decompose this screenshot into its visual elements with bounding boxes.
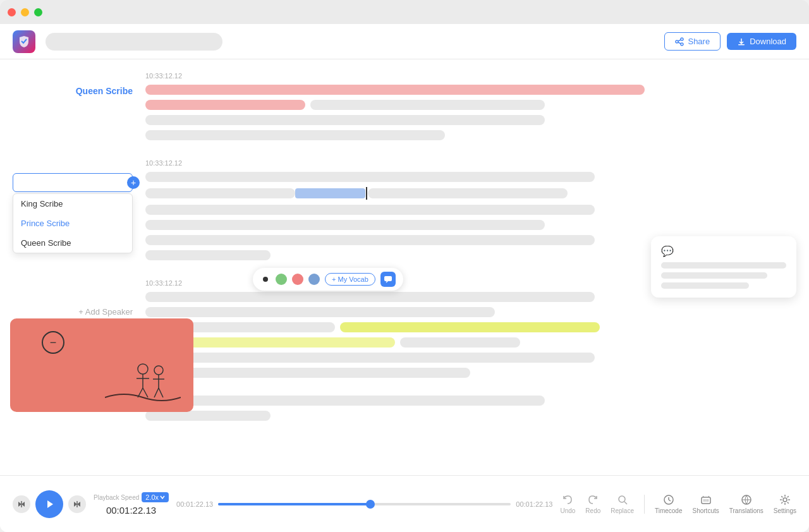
redo-icon (587, 493, 599, 506)
comment-bubble-icon: 💬 (661, 245, 786, 257)
timestamp-2: 10:33:12.12 (145, 159, 645, 167)
comment-icon (384, 275, 392, 283)
svg-point-29 (783, 498, 787, 502)
app-window: Share Download Queen Scribe (0, 0, 809, 532)
redo-section[interactable]: Redo (585, 493, 600, 514)
progress-bar[interactable] (218, 503, 511, 505)
progress-fill (218, 503, 370, 505)
transcript-line (145, 172, 595, 182)
transcript-line (145, 368, 470, 378)
transcript-line (145, 220, 545, 230)
shortcuts-icon (700, 493, 712, 506)
line-group-2 (145, 172, 645, 260)
right-controls: Undo Redo Replace Timecode (560, 493, 796, 514)
minimize-button[interactable] (21, 8, 29, 16)
video-panel[interactable]: − (10, 318, 193, 412)
transcript-line (400, 337, 520, 348)
comment-bubble: 💬 (651, 236, 796, 298)
transcript-line (145, 100, 305, 110)
dropdown-item-prince-scribe[interactable]: Prince Scribe (13, 214, 132, 233)
selected-text (295, 188, 365, 198)
time-left: 00:01:22.13 (176, 500, 213, 508)
color-red-btn[interactable] (292, 274, 303, 285)
share-button[interactable]: Share (664, 32, 721, 51)
speaker-col-2: + King Scribe Prince Scribe Queen Scribe (19, 159, 133, 260)
play-button[interactable] (35, 490, 63, 518)
comment-button[interactable] (380, 272, 396, 287)
transcript-content-1: 10:33:12.12 (145, 72, 645, 140)
transcript-block-2: + King Scribe Prince Scribe Queen Scribe… (19, 159, 645, 260)
svg-line-3 (678, 40, 681, 41)
transcript-line-yellow (340, 322, 600, 332)
svg-rect-6 (384, 276, 392, 281)
redo-label: Redo (585, 507, 600, 514)
close-button[interactable] (8, 8, 16, 16)
top-bar: Share Download (0, 24, 809, 59)
transcript-line (145, 307, 495, 317)
svg-line-16 (159, 388, 163, 397)
speed-timecode: Playback Speed 2.0x 00:01:22.13 (94, 492, 169, 516)
rewind-button[interactable] (13, 495, 30, 513)
comment-line (661, 262, 786, 269)
transcript-line (145, 292, 595, 302)
dropdown-item-king-scribe[interactable]: King Scribe (13, 194, 132, 214)
translations-section[interactable]: Translations (729, 493, 763, 514)
line-group-1 (145, 85, 645, 140)
transcript-block-1: Queen Scribe 10:33:12.12 (19, 72, 645, 140)
line-group-3 (145, 292, 645, 421)
comment-bubble-lines (661, 262, 786, 289)
settings-section[interactable]: Settings (774, 493, 796, 514)
progress-handle[interactable] (366, 500, 375, 509)
shortcuts-section[interactable]: Shortcuts (693, 493, 719, 514)
title-bar (0, 0, 809, 24)
speaker-dropdown[interactable]: + King Scribe Prince Scribe Queen Scribe (13, 173, 133, 192)
transcript-line (368, 188, 568, 198)
transcript-content-3: 10:33:12.12 (145, 279, 645, 421)
timecode-section[interactable]: Timecode (655, 493, 683, 514)
svg-point-1 (676, 40, 678, 43)
dropdown-item-queen-scribe[interactable]: Queen Scribe (13, 233, 132, 253)
transcript-line (145, 188, 295, 198)
svg-point-7 (138, 364, 148, 374)
download-button[interactable]: Download (727, 33, 796, 50)
replace-section[interactable]: Replace (611, 493, 634, 514)
video-sketch (105, 356, 181, 407)
transcript-line (145, 396, 545, 406)
replace-label: Replace (611, 507, 634, 514)
svg-point-18 (619, 496, 625, 502)
my-vocab-button[interactable]: + My Vocab (325, 273, 375, 286)
svg-marker-17 (47, 500, 53, 508)
comment-line (661, 272, 767, 279)
download-icon (737, 37, 746, 46)
fast-forward-button[interactable] (68, 495, 86, 513)
transcript-line (145, 411, 271, 421)
timecode-label: Timecode (655, 507, 683, 514)
svg-line-19 (624, 502, 627, 504)
speaker-name-1[interactable]: Queen Scribe (76, 86, 133, 96)
maximize-button[interactable] (34, 8, 42, 16)
add-speaker-label[interactable]: + Add Speaker (78, 293, 133, 317)
translations-label: Translations (729, 507, 763, 514)
text-cursor (366, 187, 367, 200)
speed-badge[interactable]: 2.0x (142, 492, 169, 502)
minus-circle: − (42, 331, 64, 354)
transcript-line (145, 353, 595, 363)
timecode-display: 00:01:22.13 (106, 505, 156, 516)
svg-rect-5 (738, 44, 745, 45)
transcript-line (310, 100, 545, 110)
undo-label: Undo (560, 507, 575, 514)
timestamp-1: 10:33:12.12 (145, 72, 645, 80)
color-blue-btn[interactable] (308, 274, 320, 285)
comment-line (661, 282, 749, 289)
speaker-dropdown-list: King Scribe Prince Scribe Queen Scribe (13, 193, 133, 253)
transcript-line (145, 130, 445, 140)
settings-label: Settings (774, 507, 796, 514)
color-green-btn[interactable] (276, 274, 287, 285)
transcript-line (145, 115, 545, 125)
speaker-search-input[interactable] (18, 178, 125, 188)
shortcuts-label: Shortcuts (693, 507, 719, 514)
top-bar-actions: Share Download (664, 32, 796, 51)
add-speaker-btn[interactable]: + (127, 176, 140, 189)
svg-point-2 (681, 43, 683, 45)
undo-section[interactable]: Undo (560, 493, 575, 514)
